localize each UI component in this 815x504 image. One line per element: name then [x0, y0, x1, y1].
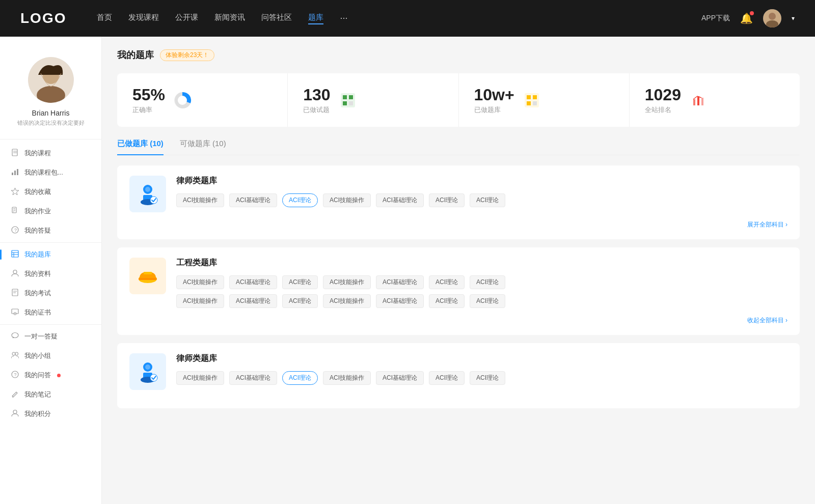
qbank-tag[interactable]: ACI理论: [470, 275, 505, 289]
stat-text-rank: 1029 全站排名: [645, 86, 681, 115]
done-banks-icon: [523, 91, 541, 109]
sidebar-item-my-points[interactable]: 我的积分: [0, 404, 101, 424]
stat-text-done: 130 已做试题: [303, 86, 330, 115]
qbank-tag[interactable]: ACI基础理论: [229, 275, 277, 289]
qbank-tag-active[interactable]: ACI理论: [282, 193, 318, 207]
nav-link-qa[interactable]: 问答社区: [261, 13, 292, 24]
nav-link-opencourse[interactable]: 公开课: [175, 13, 198, 24]
qbank-tag[interactable]: ACI理论: [470, 193, 505, 207]
menu-label: 我的答疑: [24, 226, 51, 235]
qbank-tag-active[interactable]: ACI理论: [282, 371, 318, 385]
nav-links: 首页 发现课程 公开课 新闻资讯 问答社区 题库 ···: [97, 13, 681, 24]
qbank-tag[interactable]: ACI技能操作: [323, 294, 371, 308]
nav-link-news[interactable]: 新闻资讯: [214, 13, 245, 24]
sidebar-item-my-certificate[interactable]: 我的证书: [0, 303, 101, 322]
svg-point-37: [178, 96, 187, 105]
certificate-icon: [10, 308, 19, 317]
qbank-tag[interactable]: ACI理论: [282, 275, 318, 289]
qbank-tag[interactable]: ACI基础理论: [229, 294, 277, 308]
stat-value-rank: 1029: [645, 86, 681, 104]
svg-rect-45: [533, 95, 537, 99]
qbank-tag[interactable]: ACI技能操作: [323, 193, 371, 207]
points-icon: [10, 409, 19, 418]
svg-rect-47: [533, 101, 537, 105]
qbank-tag[interactable]: ACI基础理论: [229, 193, 277, 207]
nav-link-question-bank[interactable]: 题库: [308, 13, 323, 24]
qbank-icon-lawyer-1: [129, 176, 166, 212]
svg-rect-57: [139, 278, 157, 280]
qbank-tag[interactable]: ACI理论: [470, 294, 505, 308]
qbank-footer-1: 展开全部科目 ›: [129, 220, 787, 229]
sidebar-item-my-notes[interactable]: 我的笔记: [0, 385, 101, 404]
sidebar-item-my-group[interactable]: 我的小组: [0, 346, 101, 366]
nav-link-home[interactable]: 首页: [97, 13, 112, 24]
menu-label: 我的小组: [24, 351, 51, 360]
sidebar-profile: Brian Harris 错误的决定比没有决定要好: [0, 47, 101, 139]
qbank-title-2: 工程类题库: [176, 258, 787, 268]
qbank-card-1: 律师类题库 ACI技能操作 ACI基础理论 ACI理论 ACI技能操作 ACI基…: [117, 165, 800, 239]
qbank-tag[interactable]: ACI基础理论: [376, 294, 424, 308]
stat-done-questions: 130 已做试题: [288, 73, 458, 127]
stat-label-banks: 已做题库: [474, 105, 514, 115]
svg-point-23: [13, 270, 17, 274]
app-download-link[interactable]: APP下载: [701, 14, 730, 23]
notification-bell[interactable]: 🔔: [740, 12, 753, 24]
sidebar-item-one-on-one[interactable]: 一对一答疑: [0, 327, 101, 346]
qbank-tag[interactable]: ACI理论: [429, 371, 465, 385]
qbank-tag[interactable]: ACI基础理论: [229, 371, 277, 385]
svg-rect-48: [697, 96, 699, 105]
tab-done-banks[interactable]: 已做题库 (10): [117, 139, 164, 155]
tab-available-banks[interactable]: 可做题库 (10): [180, 139, 226, 155]
page-title: 我的题库: [117, 49, 154, 61]
qbank-tag[interactable]: ACI基础理论: [376, 275, 424, 289]
sidebar-item-my-questions[interactable]: ? 我的问答: [0, 366, 101, 385]
qbank-tag[interactable]: ACI技能操作: [176, 294, 224, 308]
sidebar-item-my-qa-answer[interactable]: ? 我的答疑: [0, 221, 101, 240]
svg-rect-9: [12, 173, 13, 175]
qbank-title-3: 律师类题库: [176, 353, 787, 364]
sidebar-username: Brian Harris: [32, 109, 70, 117]
qbank-tag[interactable]: ACI理论: [429, 294, 465, 308]
qbank-card-2-header: 工程类题库 ACI技能操作 ACI基础理论 ACI理论 ACI技能操作 ACI基…: [129, 258, 787, 308]
nav-link-discover[interactable]: 发现课程: [128, 13, 159, 24]
stat-label-accuracy: 正确率: [132, 105, 165, 115]
svg-rect-10: [14, 171, 16, 175]
svg-rect-49: [693, 99, 695, 105]
svg-rect-41: [343, 101, 347, 105]
svg-rect-11: [17, 169, 18, 175]
menu-label: 我的收藏: [24, 187, 51, 197]
qbank-tag[interactable]: ACI技能操作: [176, 275, 224, 289]
qbank-tag[interactable]: ACI理论: [470, 371, 505, 385]
collapse-btn-2[interactable]: 收起全部科目 ›: [747, 316, 787, 325]
sidebar-item-my-profile[interactable]: 我的资料: [0, 264, 101, 284]
qbank-tag[interactable]: ACI技能操作: [176, 371, 224, 385]
qbank-tag[interactable]: ACI基础理论: [376, 371, 424, 385]
qbank-tag[interactable]: ACI理论: [282, 294, 318, 308]
sidebar-motto: 错误的决定比没有决定要好: [17, 119, 85, 127]
sidebar-item-my-course-package[interactable]: 我的课程包...: [0, 163, 101, 182]
sidebar-item-my-courses[interactable]: 我的课程: [0, 144, 101, 163]
nav-more[interactable]: ···: [340, 13, 347, 24]
stat-text-accuracy: 55% 正确率: [132, 86, 165, 115]
sidebar-item-my-homework[interactable]: 我的作业: [0, 202, 101, 221]
sidebar-item-my-question-bank[interactable]: 我的题库: [0, 245, 101, 264]
qbank-tag[interactable]: ACI技能操作: [323, 371, 371, 385]
qbank-tag[interactable]: ACI技能操作: [176, 193, 224, 207]
qbank-tag[interactable]: ACI理论: [429, 275, 465, 289]
menu-label: 我的积分: [24, 409, 51, 418]
svg-rect-42: [349, 101, 353, 105]
qbank-tag[interactable]: ACI技能操作: [323, 275, 371, 289]
menu-label: 我的证书: [24, 308, 51, 317]
qbank-tags-2-row2: ACI技能操作 ACI基础理论 ACI理论 ACI技能操作 ACI基础理论 AC…: [176, 294, 787, 308]
qbank-tag[interactable]: ACI理论: [429, 193, 465, 207]
user-avatar[interactable]: [763, 9, 781, 27]
expand-btn-1[interactable]: 展开全部科目 ›: [747, 220, 787, 229]
bar-chart-icon: [10, 168, 19, 177]
sidebar-item-my-exam[interactable]: 我的考试: [0, 284, 101, 303]
menu-label: 我的题库: [24, 250, 51, 259]
avatar-dropdown-arrow[interactable]: ▾: [792, 15, 795, 22]
qbank-card-3: 律师类题库 ACI技能操作 ACI基础理论 ACI理论 ACI技能操作 ACI基…: [117, 343, 800, 408]
sidebar-item-my-favorites[interactable]: 我的收藏: [0, 182, 101, 202]
qbank-tag[interactable]: ACI基础理论: [376, 193, 424, 207]
rank-icon: [689, 91, 708, 109]
